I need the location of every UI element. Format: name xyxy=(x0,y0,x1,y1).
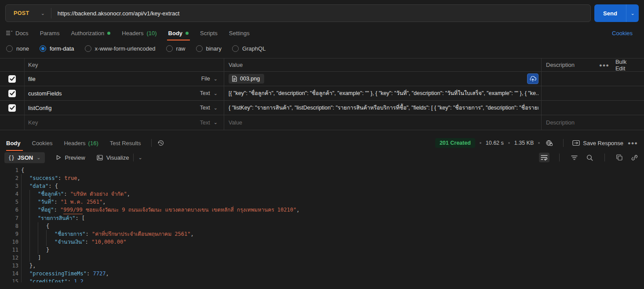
file-name: 003.png xyxy=(240,76,260,82)
url-input[interactable]: https://backend.aksonocr.com/api/v1/key-… xyxy=(58,10,179,17)
braces-icon: { } xyxy=(9,154,14,161)
search-icon[interactable] xyxy=(585,153,595,163)
network-security-icon[interactable] xyxy=(544,138,554,148)
code-line: 11} xyxy=(0,246,644,254)
wrap-text-icon[interactable] xyxy=(539,153,549,162)
request-tabs: Docs Params Authorization Headers (10) B… xyxy=(0,26,644,40)
bulk-edit-button[interactable]: Bulk Edit xyxy=(615,59,637,72)
mode-label: none xyxy=(16,45,29,52)
mode-form-data[interactable]: form-data xyxy=(40,45,74,52)
code-line: 1{ xyxy=(0,166,644,174)
line-number: 11 xyxy=(0,246,18,254)
format-label: JSON xyxy=(18,154,33,161)
chevron-down-icon: ⌄ xyxy=(41,11,45,16)
line-number: 13 xyxy=(0,262,18,270)
tab-scripts[interactable]: Scripts xyxy=(194,26,223,40)
chevron-down-icon: ⌄ xyxy=(214,105,218,111)
send-options-button[interactable]: ⌄ xyxy=(626,4,639,22)
tab-label: Scripts xyxy=(200,30,218,37)
code-line: 4"ชื่อลูกค้า": "บริษัท ตัวอย่าง จำกัด", xyxy=(0,190,644,198)
code-line: 9"ชื่อรายการ": "ค่าที่ปรึกษาประจำเดือนพฤ… xyxy=(0,230,644,238)
code-lines: 1{2"success": true,3"data": {4"ชื่อลูกค้… xyxy=(0,166,644,282)
key-input[interactable]: Key xyxy=(28,119,197,126)
radio-icon xyxy=(85,45,91,52)
filter-icon[interactable] xyxy=(569,153,579,162)
description-input[interactable]: Description xyxy=(546,119,575,126)
code-line: 10"จำนวนเงิน": "10,000.00" xyxy=(0,238,644,246)
type-dropdown[interactable]: Text ⌄ xyxy=(197,120,224,126)
line-number: 7 xyxy=(0,214,18,222)
tab-label: Settings xyxy=(229,30,250,37)
row-checkbox-checked[interactable] xyxy=(8,104,16,112)
preview-button[interactable]: Preview xyxy=(56,154,85,161)
mode-label: form-data xyxy=(50,45,74,52)
upload-file-button[interactable] xyxy=(527,73,538,84)
mode-none[interactable]: none xyxy=(6,45,29,52)
history-icon[interactable] xyxy=(156,138,166,148)
code-line: 7"รายการสินค้า": [ xyxy=(0,214,644,222)
value-input[interactable]: Value xyxy=(229,120,538,126)
table-row: customFields Text ⌄ [{ "key": "ชื่อลูกค้… xyxy=(0,86,644,101)
send-button[interactable]: Send xyxy=(594,4,626,22)
form-data-table: Key Value Description ●●● Bulk Edit file… xyxy=(0,58,644,130)
line-number: 4 xyxy=(0,190,18,198)
line-number: 3 xyxy=(0,182,18,190)
mode-x-www-form-urlencoded[interactable]: x-www-form-urlencoded xyxy=(85,45,156,52)
tab-authorization[interactable]: Authorization xyxy=(65,26,116,40)
chevron-down-icon: ⌄ xyxy=(214,76,218,82)
type-dropdown[interactable]: File ⌄ xyxy=(199,76,224,82)
mode-raw[interactable]: raw xyxy=(166,45,186,52)
link-icon[interactable] xyxy=(629,153,640,163)
more-options-icon[interactable]: ●●● xyxy=(599,62,609,68)
file-chip[interactable]: 003.png xyxy=(229,74,264,84)
tab-docs[interactable]: Docs xyxy=(5,26,34,40)
key-input[interactable]: listConfig xyxy=(28,105,197,111)
file-icon xyxy=(232,76,237,82)
row-checkbox-checked[interactable] xyxy=(8,90,16,97)
code-line: 8{ xyxy=(0,222,644,230)
radio-icon xyxy=(232,45,239,52)
response-tab-test-results[interactable]: Test Results xyxy=(104,136,147,150)
response-tab-headers[interactable]: Headers (16) xyxy=(58,136,104,150)
cookies-link[interactable]: Cookies xyxy=(612,30,639,37)
value-input[interactable]: [{ "key": "ชื่อลูกค้า", "description": "… xyxy=(229,89,538,98)
body-mode-options: none form-data x-www-form-urlencoded raw… xyxy=(0,40,644,57)
save-response-button[interactable]: Save Response xyxy=(572,140,623,146)
headers-count: (16) xyxy=(88,140,98,146)
row-checkbox-checked[interactable] xyxy=(8,75,16,83)
tab-headers[interactable]: Headers (10) xyxy=(116,26,162,40)
dot-separator xyxy=(480,142,481,144)
tab-body[interactable]: Body xyxy=(163,26,195,40)
mode-binary[interactable]: binary xyxy=(196,45,222,52)
tab-label: Body xyxy=(6,140,21,146)
line-number: 5 xyxy=(0,198,18,206)
mode-label: GraphQL xyxy=(242,45,266,52)
key-input[interactable]: file xyxy=(28,76,199,82)
format-dropdown[interactable]: { } JSON ⌄ xyxy=(4,152,45,163)
url-box: POST ⌄ https://backend.aksonocr.com/api/… xyxy=(5,4,591,22)
copy-icon[interactable] xyxy=(615,153,624,162)
response-tab-cookies[interactable]: Cookies xyxy=(26,136,58,150)
response-body-json: 1{2"success": true,3"data": {4"ชื่อลูกค้… xyxy=(0,165,644,282)
mode-label: raw xyxy=(176,45,186,52)
type-dropdown[interactable]: Text ⌄ xyxy=(197,90,224,96)
method-selector[interactable]: POST ⌄ xyxy=(6,10,51,16)
tab-settings[interactable]: Settings xyxy=(223,26,255,40)
mode-graphql[interactable]: GraphQL xyxy=(232,45,266,52)
response-time[interactable]: 10.62 s xyxy=(486,140,504,146)
tab-params[interactable]: Params xyxy=(34,26,65,40)
tab-label: Body xyxy=(168,30,183,37)
more-options-icon[interactable]: ●●● xyxy=(628,140,638,146)
response-size[interactable]: 1.35 KB xyxy=(514,140,534,146)
radio-icon xyxy=(196,45,203,52)
radio-icon xyxy=(6,45,13,52)
visualize-button[interactable]: Visualize xyxy=(97,154,129,161)
key-input[interactable]: customFields xyxy=(28,90,197,97)
response-tab-body[interactable]: Body xyxy=(6,136,26,150)
status-badge[interactable]: 201 Created xyxy=(435,138,475,148)
table-header-row: Key Value Description ●●● Bulk Edit xyxy=(0,59,644,72)
chevron-down-icon[interactable]: ⌄ xyxy=(138,155,142,161)
value-input[interactable]: { "listKey": "รายการสินค้า", "listDescri… xyxy=(229,103,538,112)
type-dropdown[interactable]: Text ⌄ xyxy=(197,105,224,111)
line-number: 9 xyxy=(0,230,18,238)
